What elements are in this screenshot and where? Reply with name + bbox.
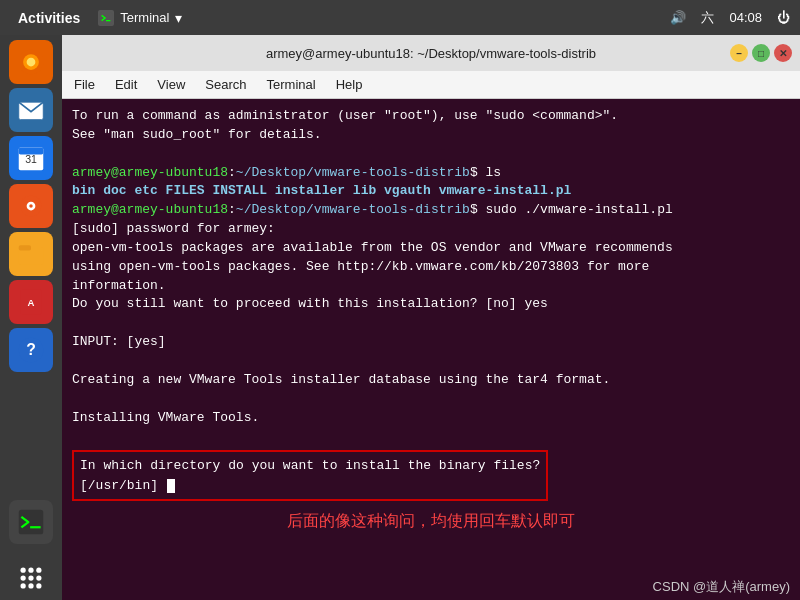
sidebar-item-calendar[interactable]: 31 [9,136,53,180]
line-sudo-pw: [sudo] password for armey: [72,220,790,239]
prompt-dollar1: $ [470,165,486,180]
line-ls-output: bin doc etc FILES INSTALL installer lib … [72,182,790,201]
highlighted-prompt-box: In which directory do you want to instal… [72,450,548,501]
path1: ~/Desktop/vmware-tools-distrib [236,165,470,180]
cursor [167,479,175,493]
svg-point-25 [36,575,41,580]
minimize-button[interactable]: – [730,44,748,62]
line-blank5 [72,427,790,446]
terminal-dropdown-icon[interactable]: ▾ [175,10,182,26]
sidebar-item-archive[interactable]: A [9,280,53,324]
terminal-window-label: Terminal [120,10,169,25]
prompt-colon1: : [228,165,236,180]
sidebar-item-terminal[interactable] [9,500,53,544]
activities-button[interactable]: Activities [10,6,88,30]
svg-point-20 [21,568,26,573]
menu-item-terminal[interactable]: Terminal [263,75,320,94]
line-prompt-ls: armey@armey-ubuntu18:~/Desktop/vmware-to… [72,164,790,183]
svg-text:A: A [28,297,35,308]
topbar-time: 04:08 [729,10,762,25]
terminal-taskbar-icon[interactable] [98,10,114,26]
highlighted-question: In which directory do you want to instal… [80,458,540,473]
topbar-volume-icon[interactable]: 🔊 [670,10,686,25]
svg-point-23 [21,575,26,580]
line-prompt-sudo: armey@armey-ubuntu18:~/Desktop/vmware-to… [72,201,790,220]
svg-point-28 [36,583,41,588]
line-installing: Installing VMware Tools. [72,409,790,428]
svg-point-27 [28,583,33,588]
terminal-title: armey@armey-ubuntu18: ~/Desktop/vmware-t… [266,46,596,61]
line-vmtools-info3: information. [72,277,790,296]
sidebar-item-apps[interactable] [9,556,53,600]
cmd-ls: ls [486,165,502,180]
svg-point-4 [27,58,36,67]
prompt1: armey@armey-ubuntu18 [72,165,228,180]
prompt2: armey@armey-ubuntu18 [72,202,228,217]
terminal-content[interactable]: To run a command as administrator (user … [62,99,800,574]
topbar-terminal-indicator: Terminal ▾ [98,10,182,26]
line-sudo-info2: See "man sudo_root" for details. [72,126,790,145]
svg-text:31: 31 [25,153,37,165]
menu-item-help[interactable]: Help [332,75,367,94]
line-creating-db: Creating a new VMware Tools installer da… [72,371,790,390]
line-blank4 [72,390,790,409]
sidebar-item-files[interactable] [9,232,53,276]
sidebar-item-firefox[interactable] [9,40,53,84]
menu-item-search[interactable]: Search [201,75,250,94]
menu-item-view[interactable]: View [153,75,189,94]
line-vmtools-info1: open-vm-tools packages are available fro… [72,239,790,258]
line-vmtools-info2: using open-vm-tools packages. See http:/… [72,258,790,277]
terminal-window: armey@armey-ubuntu18: ~/Desktop/vmware-t… [62,35,800,600]
menu-item-file[interactable]: File [70,75,99,94]
highlighted-default: [/usr/bin] [80,478,166,493]
close-button[interactable]: ✕ [774,44,792,62]
line-blank1 [72,145,790,164]
topbar: Activities Terminal ▾ 🔊 六 04:08 ⏻ [0,0,800,35]
svg-point-24 [28,575,33,580]
line-proceed: Do you still want to proceed with this i… [72,295,790,314]
maximize-button[interactable]: □ [752,44,770,62]
svg-point-21 [28,568,33,573]
cmd-sudo: sudo ./vmware-install.pl [486,202,673,217]
svg-point-11 [29,204,33,208]
path2: ~/Desktop/vmware-tools-distrib [236,202,470,217]
terminal-titlebar: armey@armey-ubuntu18: ~/Desktop/vmware-t… [62,35,800,71]
sidebar-item-help[interactable]: ? [9,328,53,372]
svg-rect-18 [19,510,44,535]
menu-bar: FileEditViewSearchTerminalHelp [62,71,800,99]
svg-point-22 [36,568,41,573]
main-area: 31 A ? [0,35,800,600]
svg-rect-13 [19,245,31,250]
sidebar: 31 A ? [0,35,62,600]
line-input-yes: INPUT: [yes] [72,333,790,352]
topbar-day: 六 [701,9,714,27]
topbar-clock: 🔊 六 04:08 ⏻ [670,9,790,27]
watermark: CSDN @道人禅(armey) [62,574,800,600]
svg-point-26 [21,583,26,588]
line-blank2 [72,314,790,333]
annotation-text: 后面的像这种询问，均使用回车默认即可 [72,509,790,532]
line-blank3 [72,352,790,371]
topbar-power-icon[interactable]: ⏻ [777,10,790,25]
menu-item-edit[interactable]: Edit [111,75,141,94]
line-sudo-info1: To run a command as administrator (user … [72,107,790,126]
window-controls: – □ ✕ [730,44,792,62]
svg-text:?: ? [26,341,36,358]
sidebar-item-email[interactable] [9,88,53,132]
sidebar-item-music[interactable] [9,184,53,228]
